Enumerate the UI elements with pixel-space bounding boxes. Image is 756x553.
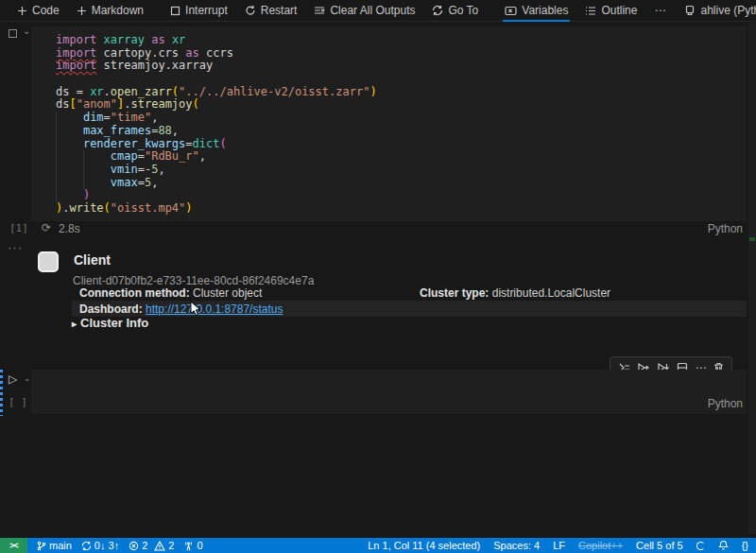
- cell-collapse-button[interactable]: [9, 29, 17, 38]
- code-line[interactable]: ).write("oisst.mp4"): [56, 202, 743, 216]
- copilot-label: Copilot++: [578, 540, 623, 551]
- collapsed-triangle-icon: ▸: [72, 319, 77, 329]
- cluster-info-label: Cluster Info: [80, 316, 148, 330]
- goto-label: Go To: [448, 4, 478, 17]
- notifications-button[interactable]: [718, 540, 729, 551]
- kernel-icon: [684, 5, 696, 16]
- braces-indicator-button[interactable]: {}: [742, 540, 748, 551]
- dashboard-row: Dashboard: http://127.0.0.1:8787/status: [79, 302, 283, 316]
- kernel-label: ahlive (Python 3.10.6): [700, 4, 756, 17]
- warning-count: 2: [168, 540, 174, 551]
- code-line[interactable]: ds = xr.open_zarr("../../ahlive-v2/oisst…: [56, 86, 743, 99]
- radio-tower-icon: [183, 541, 194, 551]
- variables-active-underline: [503, 20, 570, 22]
- connection-method-row: Connection method: Cluster object: [79, 286, 262, 300]
- plus-icon: [77, 6, 87, 16]
- dashboard-link[interactable]: http://127.0.0.1:8787/status: [146, 302, 283, 316]
- kernel-picker-button[interactable]: ahlive (Python 3.10.6): [677, 2, 756, 19]
- cell-position-button[interactable]: Cell 5 of 5: [636, 540, 683, 551]
- cell-language-picker[interactable]: Python: [708, 222, 743, 235]
- empty-code-cell-editor[interactable]: [31, 370, 747, 414]
- code-line[interactable]: vmax=5,: [56, 177, 743, 190]
- code-line[interactable]: import xarray as xr: [56, 34, 743, 47]
- indentation-button[interactable]: Spaces: 4: [493, 540, 540, 551]
- cursor-position: Ln 1, Col 11 (4 selected): [368, 540, 480, 551]
- code-line[interactable]: import cartopy.crs as ccrs: [56, 47, 743, 60]
- clear-all-outputs-button[interactable]: Clear All Outputs: [306, 2, 422, 19]
- git-branch-button[interactable]: main: [37, 540, 72, 551]
- outline-label: Outline: [601, 4, 637, 17]
- cursor-position-button[interactable]: Ln 1, Col 11 (4 selected): [368, 540, 480, 551]
- code-line[interactable]: max_frames=88,: [56, 125, 743, 138]
- code-line[interactable]: cmap="RdBu_r",: [56, 150, 743, 164]
- cluster-type-value: distributed.LocalCluster: [492, 286, 610, 300]
- warning-icon: [154, 541, 165, 551]
- indentation: Spaces: 4: [493, 540, 540, 551]
- problems-button[interactable]: 2 2: [129, 540, 174, 551]
- restart-label: Restart: [261, 4, 298, 17]
- code-line[interactable]: ds["anom"].streamjoy(: [56, 98, 743, 112]
- clear-outputs-icon: [314, 5, 325, 16]
- code-line[interactable]: vmin=-5,: [56, 164, 743, 177]
- chevron-down-icon[interactable]: ⌄: [24, 373, 31, 383]
- execution-count-empty: [ ]: [9, 396, 27, 408]
- error-count: 2: [142, 540, 147, 551]
- chevron-down-icon[interactable]: ⌄: [23, 26, 30, 36]
- eol: LF: [553, 540, 565, 551]
- ports-count: 0: [197, 540, 202, 551]
- interrupt-button[interactable]: Interrupt: [163, 2, 235, 19]
- restart-button[interactable]: Restart: [237, 2, 305, 19]
- code-lines[interactable]: import xarray as xrimport cartopy.crs as…: [56, 34, 743, 216]
- sync-counts: 0↓ 3↑: [94, 540, 119, 551]
- ports-button[interactable]: 0: [183, 540, 202, 551]
- variables-icon: [505, 6, 517, 16]
- clear-outputs-label: Clear All Outputs: [330, 4, 415, 17]
- add-code-cell-button[interactable]: Code: [9, 2, 67, 19]
- notebook-toolbar: Code Markdown Interrupt Restart Clear Al…: [0, 0, 756, 22]
- code-line[interactable]: [56, 73, 743, 86]
- more-actions-button[interactable]: ⋯: [646, 2, 673, 19]
- rerun-icon[interactable]: ⟳: [42, 221, 51, 234]
- bell-icon: [718, 540, 729, 551]
- copilot-button[interactable]: Copilot++: [578, 540, 623, 551]
- plus-icon: [17, 6, 27, 16]
- sync-icon: [81, 541, 92, 551]
- eol-button[interactable]: LF: [553, 540, 565, 551]
- cell-language-picker[interactable]: Python: [708, 397, 743, 410]
- add-code-label: Code: [32, 4, 60, 17]
- stop-icon: [170, 6, 180, 16]
- add-markdown-label: Markdown: [92, 4, 144, 17]
- output-options-icon[interactable]: ···: [8, 240, 23, 254]
- kernel-busy-spinner: [696, 542, 705, 550]
- remote-indicator-button[interactable]: ><: [0, 538, 27, 553]
- client-widget-icon: [38, 251, 59, 272]
- scrollbar[interactable]: [748, 23, 756, 534]
- code-line[interactable]: import streamjoy.xarray: [56, 60, 743, 73]
- cluster-type-label: Cluster type:: [420, 286, 489, 300]
- cluster-info-expander[interactable]: ▸Cluster Info: [72, 316, 148, 330]
- restart-icon: [245, 5, 256, 16]
- ellipsis-icon: ⋯: [654, 4, 665, 17]
- status-bar: >< main 0↓ 3↑ 2 2 0 Ln 1, Col 11 (4 sele…: [0, 538, 756, 553]
- goto-button[interactable]: Go To: [424, 2, 486, 19]
- outline-button[interactable]: Outline: [577, 2, 644, 19]
- execution-count: [1]: [9, 222, 28, 234]
- outline-icon: [585, 6, 596, 16]
- run-cell-button[interactable]: ▷: [9, 372, 17, 386]
- braces-icon: {}: [742, 540, 748, 551]
- branch-name: main: [49, 540, 72, 551]
- code-line[interactable]: dim="time",: [56, 112, 743, 125]
- status-bar-right: Ln 1, Col 11 (4 selected) Spaces: 4 LF C…: [354, 540, 756, 551]
- notebook-window: Code Markdown Interrupt Restart Clear Al…: [0, 0, 756, 553]
- dashboard-label: Dashboard:: [79, 302, 143, 316]
- variables-label: Variables: [522, 4, 568, 17]
- code-line[interactable]: ): [56, 189, 743, 202]
- code-cell-editor[interactable]: import xarray as xrimport cartopy.crs as…: [31, 26, 747, 221]
- interrupt-label: Interrupt: [185, 4, 228, 17]
- variables-button[interactable]: Variables: [497, 2, 576, 19]
- git-sync-button[interactable]: 0↓ 3↑: [81, 540, 119, 551]
- execution-time: 2.8s: [59, 222, 80, 235]
- add-markdown-cell-button[interactable]: Markdown: [69, 2, 151, 19]
- execution-summary: [1] ⟳ 2.8s Python: [0, 221, 756, 236]
- code-line[interactable]: renderer_kwargs=dict(: [56, 138, 743, 151]
